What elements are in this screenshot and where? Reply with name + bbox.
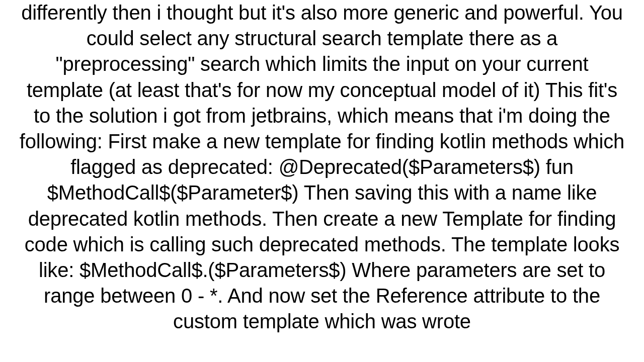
document-body: differently then i thought but it's also… <box>0 0 644 334</box>
